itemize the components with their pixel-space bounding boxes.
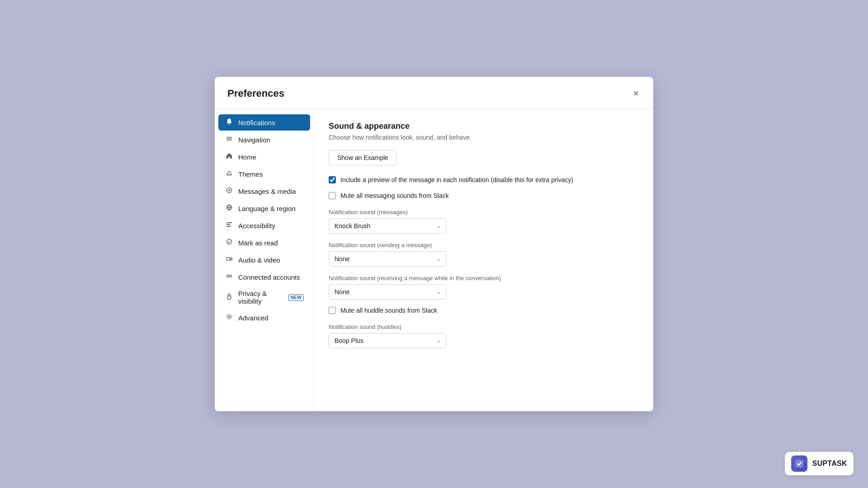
- audio-video-icon: [225, 255, 234, 264]
- select-notif-sound-huddles[interactable]: NoneKnock BrushDingChimeBoop Plus: [329, 333, 446, 348]
- privacy-visibility-icon: [225, 293, 234, 302]
- svg-rect-1: [226, 138, 232, 139]
- dialog-header: Preferences ×: [215, 77, 653, 109]
- select-notif-sound-receiving[interactable]: NoneKnock BrushDingChimeBoop Plus: [329, 284, 446, 300]
- sidebar-item-label-accessibility: Accessibility: [238, 222, 275, 230]
- sidebar-item-navigation[interactable]: Navigation: [218, 131, 310, 148]
- select-wrapper-notif-sound-receiving: NoneKnock BrushDingChimeBoop Plus⌄: [329, 284, 446, 300]
- svg-rect-16: [227, 296, 231, 299]
- svg-point-17: [228, 316, 230, 318]
- badge-new-privacy-visibility: NEW: [288, 294, 304, 301]
- sidebar-item-home[interactable]: Home: [218, 149, 310, 165]
- sidebar-item-label-audio-video: Audio & video: [238, 256, 280, 264]
- sidebar-item-notifications[interactable]: Notifications: [218, 114, 310, 131]
- checkbox-label-mute-messaging-checkbox: Mute all messaging sounds from Slack: [340, 191, 449, 201]
- checkbox-row-mute-huddle-checkbox: Mute all huddle sounds from Slack: [329, 306, 639, 315]
- checkbox-row-preview-checkbox: Include a preview of the message in each…: [329, 175, 639, 185]
- svg-rect-13: [226, 258, 230, 260]
- sidebar-item-label-advanced: Advanced: [238, 314, 269, 322]
- select-wrapper-notif-sound-messages: NoneKnock BrushDingChimeBoop Plus⌄: [329, 218, 446, 234]
- section-desc: Choose how notifications look, sound, an…: [329, 134, 639, 141]
- svg-point-14: [227, 275, 229, 277]
- field-label-notif-sound-sending: Notification sound (sending a message): [329, 242, 639, 249]
- svg-rect-2: [226, 140, 232, 141]
- svg-point-15: [230, 275, 232, 277]
- sidebar-item-label-connected-accounts: Connected accounts: [238, 273, 300, 281]
- sidebar-item-label-language-region: Language & region: [238, 205, 296, 212]
- svg-rect-9: [226, 222, 232, 223]
- close-button[interactable]: ×: [631, 87, 641, 100]
- svg-rect-11: [226, 226, 231, 227]
- svg-rect-10: [226, 224, 230, 225]
- accessibility-icon: [225, 221, 234, 230]
- sidebar-item-themes[interactable]: Themes: [218, 166, 310, 182]
- suptask-label: SUPTASK: [812, 460, 847, 468]
- sidebar-item-label-privacy-visibility: Privacy & visibility: [238, 290, 282, 305]
- show-example-button[interactable]: Show an Example: [329, 150, 397, 165]
- advanced-icon: [225, 313, 234, 322]
- navigation-icon: [225, 135, 234, 144]
- svg-rect-0: [226, 137, 232, 138]
- themes-icon: [225, 169, 234, 178]
- sidebar-item-audio-video[interactable]: Audio & video: [218, 252, 310, 268]
- messages-media-icon: [225, 187, 234, 196]
- preview-checkbox[interactable]: [329, 176, 336, 183]
- language-region-icon: [225, 204, 234, 213]
- main-content: Sound & appearanceChoose how notificatio…: [314, 109, 653, 411]
- field-label-notif-sound-huddles: Notification sound (huddles): [329, 324, 639, 330]
- field-label-notif-sound-receiving: Notification sound (receiving a message …: [329, 275, 639, 282]
- select-notif-sound-messages[interactable]: NoneKnock BrushDingChimeBoop Plus: [329, 218, 446, 234]
- sidebar: NotificationsNavigationHomeThemesMessage…: [215, 109, 314, 411]
- sidebar-item-accessibility[interactable]: Accessibility: [218, 217, 310, 234]
- sidebar-item-privacy-visibility[interactable]: Privacy & visibilityNEW: [218, 286, 310, 309]
- sidebar-item-label-home: Home: [238, 153, 256, 161]
- select-wrapper-notif-sound-huddles: NoneKnock BrushDingChimeBoop Plus⌄: [329, 333, 446, 348]
- mark-as-read-icon: [225, 238, 234, 247]
- sidebar-item-label-notifications: Notifications: [238, 119, 275, 127]
- notifications-icon: [225, 118, 234, 127]
- dialog-body: NotificationsNavigationHomeThemesMessage…: [215, 109, 653, 411]
- sidebar-item-messages-media[interactable]: Messages & media: [218, 183, 310, 199]
- checkbox-label-preview-checkbox: Include a preview of the message in each…: [340, 175, 573, 185]
- select-wrapper-notif-sound-sending: NoneKnock BrushDingChimeBoop Plus⌄: [329, 251, 446, 267]
- suptask-icon: [791, 455, 807, 472]
- sidebar-item-language-region[interactable]: Language & region: [218, 200, 310, 216]
- sidebar-item-label-mark-as-read: Mark as read: [238, 239, 278, 247]
- sidebar-item-label-messages-media: Messages & media: [238, 188, 296, 195]
- mute-huddle-checkbox[interactable]: [329, 307, 336, 314]
- sidebar-item-connected-accounts[interactable]: Connected accounts: [218, 269, 310, 285]
- suptask-badge: SUPTASK: [785, 452, 854, 475]
- svg-point-5: [228, 189, 230, 191]
- sidebar-item-label-navigation: Navigation: [238, 136, 270, 144]
- mute-messaging-checkbox[interactable]: [329, 192, 336, 199]
- select-notif-sound-sending[interactable]: NoneKnock BrushDingChimeBoop Plus: [329, 251, 446, 267]
- preferences-dialog: Preferences × NotificationsNavigationHom…: [215, 77, 653, 411]
- home-icon: [225, 152, 234, 161]
- sidebar-item-label-themes: Themes: [238, 170, 263, 178]
- connected-accounts-icon: [225, 272, 234, 282]
- checkbox-label-mute-huddle-checkbox: Mute all huddle sounds from Slack: [340, 306, 437, 315]
- field-label-notif-sound-messages: Notification sound (messages): [329, 209, 639, 216]
- svg-point-12: [227, 239, 232, 244]
- sidebar-item-advanced[interactable]: Advanced: [218, 310, 310, 326]
- checkbox-row-mute-messaging-checkbox: Mute all messaging sounds from Slack: [329, 191, 639, 201]
- svg-rect-18: [795, 460, 803, 468]
- dialog-title: Preferences: [227, 88, 284, 99]
- section-title: Sound & appearance: [329, 122, 639, 131]
- sidebar-item-mark-as-read[interactable]: Mark as read: [218, 235, 310, 251]
